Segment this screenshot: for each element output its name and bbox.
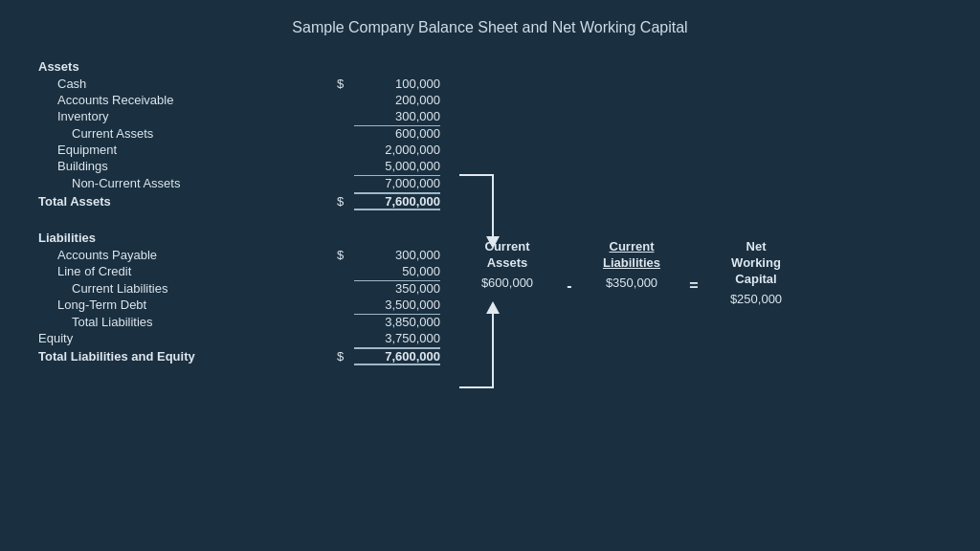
total-assets-row: Total Assets $ 7,600,000	[38, 191, 440, 211]
nwc-ca-value: $600,000	[455, 276, 560, 290]
nwc-diagram: CurrentAssets $600,000 - CurrentLiabilit…	[455, 239, 809, 306]
nwc-current-liabilities: CurrentLiabilities $350,000	[579, 239, 684, 290]
row-label: Accounts Payable	[57, 248, 337, 262]
table-row: Accounts Receivable 200,000	[38, 92, 440, 108]
non-current-assets-row: Non-Current Assets 7,000,000	[38, 174, 440, 191]
table-row: Cash $ 100,000	[38, 76, 440, 92]
row-label: Total Liabilities and Equity	[38, 349, 337, 364]
row-label: Buildings	[57, 159, 337, 173]
row-label: Total Assets	[38, 194, 337, 209]
table-row: Long-Term Debt 3,500,000	[38, 297, 440, 313]
assets-header: Assets	[38, 59, 440, 74]
row-label: Cash	[57, 77, 337, 91]
balance-sheet: Assets Cash $ 100,000 Accounts Receivabl…	[38, 54, 440, 366]
table-row: Inventory 300,000	[38, 108, 440, 124]
row-label: Current Assets	[72, 126, 337, 141]
equals-operator: =	[684, 277, 703, 295]
row-label: Equipment	[57, 143, 337, 157]
row-label: Long-Term Debt	[57, 298, 337, 312]
table-row: Accounts Payable $ 300,000	[38, 247, 440, 263]
nwc-cl-value: $350,000	[579, 276, 684, 290]
nwc-cl-title: CurrentLiabilities	[579, 239, 684, 272]
row-label: Equity	[38, 331, 337, 345]
nwc-nwc-title: NetWorkingCapital	[703, 239, 809, 288]
nwc-net-working-capital: NetWorkingCapital $250,000	[703, 239, 809, 306]
table-row: Line of Credit 50,000	[38, 263, 440, 279]
page-title: Sample Company Balance Sheet and Net Wor…	[38, 19, 942, 36]
nwc-nwc-value: $250,000	[703, 292, 809, 306]
nwc-ca-title: CurrentAssets	[455, 239, 560, 272]
table-row: Equipment 2,000,000	[38, 142, 440, 158]
row-label: Non-Current Assets	[72, 176, 337, 190]
row-label: Accounts Receivable	[57, 93, 337, 107]
total-liabilities-row: Total Liabilities 3,850,000	[38, 313, 440, 330]
main-container: Sample Company Balance Sheet and Net Wor…	[0, 0, 980, 551]
current-assets-row: Current Assets 600,000	[38, 124, 440, 142]
table-row: Buildings 5,000,000	[38, 158, 440, 174]
nwc-current-assets: CurrentAssets $600,000	[455, 239, 560, 290]
row-label: Total Liabilities	[72, 315, 337, 329]
equity-row: Equity 3,750,000	[38, 330, 440, 346]
row-label: Current Liabilities	[72, 281, 337, 296]
minus-operator: -	[560, 277, 579, 295]
row-label: Line of Credit	[57, 264, 337, 278]
diagram-area: CurrentAssets $600,000 - CurrentLiabilit…	[402, 53, 957, 512]
row-label: Inventory	[57, 109, 337, 123]
liabilities-header: Liabilities	[38, 231, 440, 245]
total-liabilities-equity-row: Total Liabilities and Equity $ 7,600,000	[38, 346, 440, 366]
current-liabilities-row: Current Liabilities 350,000	[38, 279, 440, 297]
